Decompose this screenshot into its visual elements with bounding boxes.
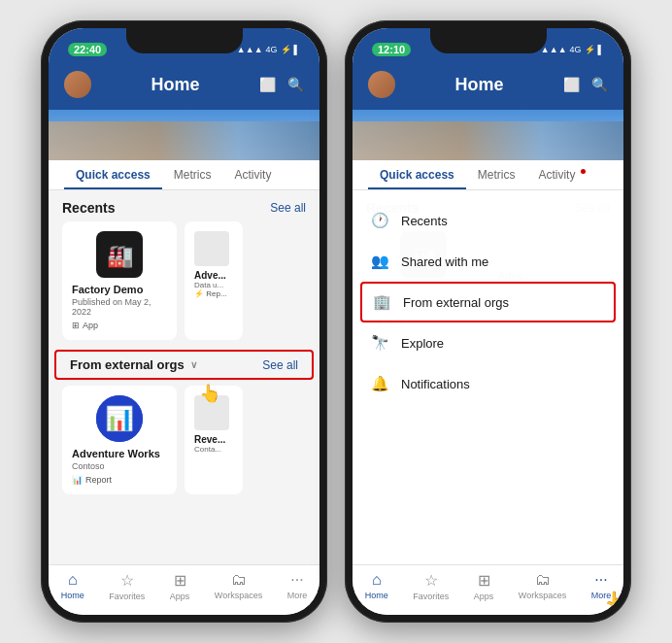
phone-1-screen: 22:40 ▲▲▲ 4G ⚡ ▌ Home ⬜ 🔍 bbox=[49, 28, 319, 615]
recents-see-all-1[interactable]: See all bbox=[270, 201, 306, 215]
recents-cards-1: 🏭 Factory Demo Published on May 2, 2022 … bbox=[49, 221, 319, 348]
nav-workspaces-icon-1: 🗂 bbox=[231, 571, 247, 589]
nav-workspaces-icon-2: 🗂 bbox=[535, 571, 551, 589]
battery-icon-1: ⚡ bbox=[281, 45, 291, 54]
bottom-nav-1: ⌂ Home ☆ Favorites ⊞ Apps 🗂 Workspaces ·… bbox=[49, 564, 319, 615]
card-partial-title-1: Adve... bbox=[194, 270, 233, 281]
nav-more-1[interactable]: ··· More bbox=[287, 571, 308, 605]
nav-apps-1[interactable]: ⊞ Apps bbox=[170, 571, 190, 605]
nav-home-label-2: Home bbox=[365, 591, 388, 600]
tab-activity-2[interactable]: Activity bbox=[526, 160, 596, 189]
nav-workspaces-2[interactable]: 🗂 Workspaces bbox=[519, 571, 566, 605]
content-1: Recents See all 🏭 Factory Demo Publ bbox=[49, 190, 319, 564]
menu-notifications-label: Notifications bbox=[401, 377, 470, 391]
bottom-nav-2: ⌂ Home ☆ Favorites ⊞ Apps 🗂 Workspaces ·… bbox=[353, 564, 623, 615]
card-factory-demo-1[interactable]: 🏭 Factory Demo Published on May 2, 2022 … bbox=[62, 221, 177, 340]
header-title-1: Home bbox=[91, 75, 259, 95]
header-icons-2: ⬜ 🔍 bbox=[563, 77, 608, 92]
nav-apps-icon-2: ⊞ bbox=[478, 571, 490, 590]
recents-title-1: Recents bbox=[62, 200, 115, 216]
nav-workspaces-label-2: Workspaces bbox=[519, 591, 566, 600]
header-icons-1: ⬜ 🔍 bbox=[259, 77, 304, 92]
nav-more-icon-2: ··· bbox=[594, 571, 607, 589]
tabs-bar-1: Quick access Metrics Activity bbox=[49, 160, 319, 190]
phone-1: 22:40 ▲▲▲ 4G ⚡ ▌ Home ⬜ 🔍 bbox=[41, 20, 327, 623]
hero-banner-1 bbox=[49, 110, 319, 160]
content-2: Recents See all 🏭 Factory Demo Published… bbox=[353, 190, 623, 564]
camera-icon-2[interactable]: ⬜ bbox=[563, 77, 580, 92]
menu-shared-2[interactable]: 👥 Shared with me bbox=[353, 241, 623, 282]
nav-more-2[interactable]: ··· More 👆 bbox=[591, 571, 612, 605]
notch-2 bbox=[430, 28, 547, 53]
avatar-2[interactable] bbox=[368, 71, 395, 98]
status-icons-1: ▲▲▲ 4G ⚡ ▌ bbox=[237, 45, 300, 54]
card-adventure-1[interactable]: 📊 Adventure Works Contoso 📊 Report bbox=[62, 386, 177, 494]
search-icon-1[interactable]: 🔍 bbox=[287, 77, 304, 92]
signal-label-2: 4G bbox=[570, 45, 582, 54]
status-icons-2: ▲▲▲ 4G ⚡ ▌ bbox=[541, 45, 604, 54]
tab-metrics-1[interactable]: Metrics bbox=[162, 160, 223, 189]
ext-orgs-header-1[interactable]: From external orgs ∨ See all bbox=[54, 350, 314, 380]
nav-home-1[interactable]: ⌂ Home bbox=[61, 571, 84, 605]
hero-banner-inner-2 bbox=[353, 121, 623, 160]
nav-favorites-2[interactable]: ☆ Favorites bbox=[413, 571, 449, 605]
ext-see-all-1[interactable]: See all bbox=[262, 358, 298, 372]
nav-home-2[interactable]: ⌂ Home bbox=[365, 571, 388, 605]
nav-favorites-icon-1: ☆ bbox=[120, 571, 134, 590]
nav-more-icon-1: ··· bbox=[290, 571, 303, 589]
nav-more-label-2: More bbox=[591, 591, 612, 600]
nav-workspaces-label-1: Workspaces bbox=[215, 591, 262, 600]
app-header-1: Home ⬜ 🔍 bbox=[49, 63, 319, 110]
chevron-down-icon-1[interactable]: ∨ bbox=[190, 359, 197, 370]
menu-ext-orgs-2[interactable]: 🏢 From external orgs bbox=[360, 282, 616, 322]
ext-orgs-menu-icon: 🏢 bbox=[372, 293, 391, 311]
activity-dot-2 bbox=[581, 169, 586, 174]
search-icon-2[interactable]: 🔍 bbox=[591, 77, 608, 92]
nav-favorites-1[interactable]: ☆ Favorites bbox=[109, 571, 145, 605]
nav-home-label-1: Home bbox=[61, 591, 84, 600]
card-partial-title-2: Reve... bbox=[194, 434, 233, 445]
camera-icon-1[interactable]: ⬜ bbox=[259, 77, 276, 92]
nav-home-icon-2: ⌂ bbox=[372, 571, 382, 589]
menu-notifications-2[interactable]: 🔔 Notifications bbox=[353, 363, 623, 404]
menu-recents-2[interactable]: 🕐 Recents bbox=[353, 200, 623, 241]
nav-favorites-label-1: Favorites bbox=[109, 592, 145, 601]
menu-ext-orgs-label: From external orgs bbox=[403, 295, 509, 310]
status-time-2: 12:10 bbox=[372, 43, 411, 56]
tab-metrics-2[interactable]: Metrics bbox=[466, 160, 527, 189]
nav-more-label-1: More bbox=[287, 591, 308, 600]
report-type-icon-1: 📊 bbox=[72, 475, 83, 485]
status-time-1: 22:40 bbox=[68, 43, 107, 56]
tab-quick-access-2[interactable]: Quick access bbox=[368, 160, 466, 189]
menu-shared-label: Shared with me bbox=[401, 254, 488, 269]
notch-1 bbox=[126, 28, 243, 53]
nav-favorites-label-2: Favorites bbox=[413, 592, 449, 601]
card-partial-2[interactable]: Reve... Conta... bbox=[185, 386, 243, 494]
nav-favorites-icon-2: ☆ bbox=[424, 571, 438, 590]
phone-2: 12:10 ▲▲▲ 4G ⚡ ▌ Home ⬜ 🔍 bbox=[345, 20, 631, 623]
factory-icon-1: 🏭 bbox=[96, 231, 143, 278]
ext-orgs-title-1: From external orgs bbox=[70, 357, 185, 372]
card-partial-sub-2: Conta... bbox=[194, 445, 233, 454]
menu-explore-label: Explore bbox=[401, 336, 444, 351]
card-partial-1[interactable]: Adve... Data u... ⚡ Rep... bbox=[185, 221, 243, 340]
phone-2-screen: 12:10 ▲▲▲ 4G ⚡ ▌ Home ⬜ 🔍 bbox=[353, 28, 623, 615]
nav-apps-2[interactable]: ⊞ Apps bbox=[474, 571, 494, 605]
signal-icon-1: ▲▲▲ bbox=[237, 45, 263, 54]
hero-banner-2 bbox=[353, 110, 623, 160]
adventure-icon-1: 📊 bbox=[96, 395, 143, 442]
ext-orgs-cards-1: 📊 Adventure Works Contoso 📊 Report bbox=[49, 386, 319, 502]
avatar-1[interactable] bbox=[64, 71, 91, 98]
card-factory-title-1: Factory Demo bbox=[72, 284, 167, 295]
tab-quick-access-1[interactable]: Quick access bbox=[64, 160, 162, 189]
battery-icon-2: ⚡ bbox=[585, 45, 595, 54]
ext-title-row-1: From external orgs ∨ bbox=[70, 357, 197, 372]
nav-workspaces-1[interactable]: 🗂 Workspaces bbox=[215, 571, 262, 605]
card-adventure-title-1: Adventure Works bbox=[72, 448, 167, 459]
tab-activity-1[interactable]: Activity bbox=[222, 160, 283, 189]
card-adventure-subtitle-1: Contoso bbox=[72, 461, 167, 471]
card-partial-type-1: ⚡ Rep... bbox=[194, 289, 233, 298]
app-type-icon-1: ⊞ bbox=[72, 321, 80, 330]
svg-text:🏭: 🏭 bbox=[107, 243, 134, 269]
menu-explore-2[interactable]: 🔭 Explore bbox=[353, 322, 623, 363]
